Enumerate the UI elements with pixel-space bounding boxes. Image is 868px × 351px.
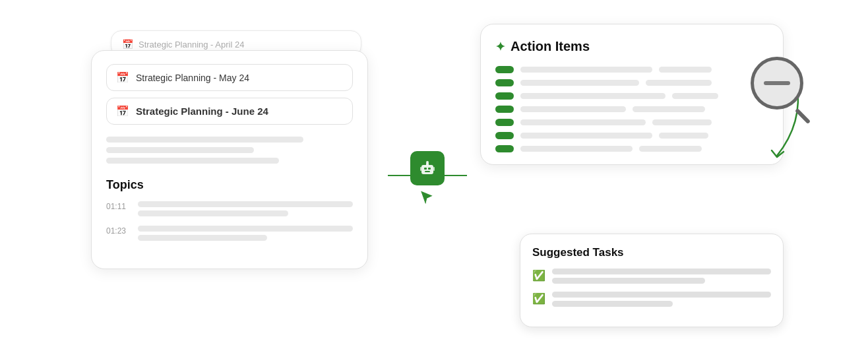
action-items-label: Action Items [511, 39, 590, 54]
topics-title: Topics [106, 178, 353, 192]
topic-skels-1 [138, 201, 353, 216]
skel-2 [106, 147, 254, 153]
sskel-1a [552, 269, 771, 274]
topic-row-2: 01:23 [106, 226, 353, 241]
action-skel-5a [520, 119, 646, 125]
svg-rect-0 [421, 165, 433, 174]
skel-3 [106, 158, 279, 164]
suggested-title: Suggested Tasks [532, 246, 771, 259]
action-skel-6b [659, 133, 708, 139]
tskel-1a [138, 201, 353, 207]
suggested-skels-1 [552, 269, 771, 284]
suggested-row-2: ✅ [532, 292, 771, 307]
tskel-2b [138, 235, 267, 241]
sskel-2a [552, 292, 771, 298]
topic-row-1: 01:11 [106, 201, 353, 216]
suggested-skels-2 [552, 292, 771, 307]
action-skel-6a [520, 133, 652, 139]
robot-svg [418, 158, 437, 178]
action-bar-5 [495, 119, 514, 126]
right-panel: ✦ Action Items [480, 24, 797, 327]
topic-time-2: 01:23 [106, 226, 130, 236]
tskel-2a [138, 226, 353, 232]
action-row-6 [495, 132, 768, 139]
svg-rect-7 [433, 167, 435, 171]
action-title: ✦ Action Items [495, 39, 768, 54]
action-row-7 [495, 145, 768, 152]
action-skel-4a [520, 106, 626, 112]
action-row-4 [495, 106, 768, 113]
action-row-1 [495, 66, 768, 73]
action-skel-5b [652, 119, 712, 125]
action-row-3 [495, 92, 768, 100]
action-skel-2b [646, 80, 712, 86]
action-skel-3b [672, 93, 718, 99]
cal-icon-may: 📅 [116, 71, 129, 84]
main-card: 📅 Strategic Planning - May 24 📅 Strategi… [91, 50, 368, 269]
action-row-5 [495, 119, 768, 126]
svg-rect-2 [428, 168, 431, 170]
svg-rect-6 [420, 167, 421, 171]
sskel-1b [552, 278, 705, 284]
action-card: ✦ Action Items [480, 24, 784, 165]
action-bar-2 [495, 79, 514, 86]
magnifier [751, 57, 803, 110]
check-icon-1: ✅ [532, 269, 545, 282]
action-skel-2a [520, 80, 639, 86]
connector [375, 175, 480, 176]
cal-icon-june: 📅 [116, 105, 129, 117]
left-area: 📅 Strategic Planning - April 24 📅 Strate… [71, 24, 375, 327]
action-bar-6 [495, 132, 514, 139]
topic-skels-2 [138, 226, 353, 241]
action-skel-4b [633, 106, 705, 112]
suggested-card: Suggested Tasks ✅ ✅ [520, 234, 784, 327]
action-skel-3a [520, 93, 666, 99]
topics-section: Topics 01:11 01:23 [106, 178, 353, 241]
meeting-label-may: Strategic Planning - May 24 [136, 73, 249, 83]
meeting-item-june[interactable]: 📅 Strategic Planning - June 24 [106, 98, 353, 125]
action-bar-1 [495, 66, 514, 73]
suggested-row-1: ✅ [532, 269, 771, 284]
robot-wrapper [410, 151, 445, 208]
svg-point-5 [426, 161, 429, 164]
sskel-2b [552, 301, 673, 307]
action-row-2 [495, 79, 768, 86]
ghost-label: Strategic Planning - April 24 [139, 40, 244, 49]
skeleton-lines [106, 137, 353, 164]
topic-time-1: 01:11 [106, 201, 130, 211]
robot-icon [410, 151, 445, 185]
tskel-1b [138, 210, 288, 216]
action-bar-7 [495, 145, 514, 152]
scene: 📅 Strategic Planning - April 24 📅 Strate… [0, 0, 868, 351]
action-skel-1b [659, 67, 712, 73]
action-rows [495, 66, 768, 152]
meeting-label-june: Strategic Planning - June 24 [136, 106, 268, 117]
svg-rect-1 [424, 168, 427, 170]
skel-1 [106, 137, 303, 143]
svg-rect-3 [425, 171, 430, 172]
check-icon-2: ✅ [532, 292, 545, 305]
action-skel-7b [639, 146, 702, 152]
ghost-cal-icon: 📅 [122, 39, 133, 49]
action-skel-7a [520, 146, 633, 152]
sparkle-icon: ✦ [495, 40, 505, 54]
cursor-icon [419, 188, 437, 208]
action-bar-3 [495, 92, 514, 100]
action-bar-4 [495, 106, 514, 113]
magnifier-line [764, 81, 790, 85]
action-skel-1a [520, 67, 652, 73]
meeting-item-may[interactable]: 📅 Strategic Planning - May 24 [106, 64, 353, 91]
